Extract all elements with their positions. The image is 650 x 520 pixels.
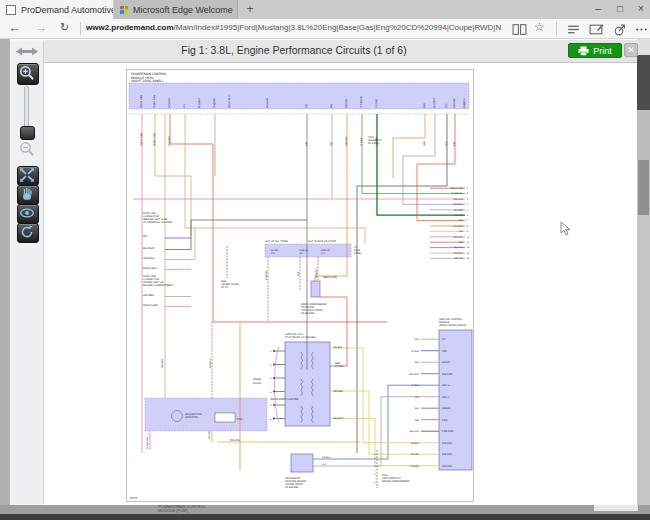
zoom-in-icon [18,64,36,82]
maximize-button[interactable]: □ [610,0,630,19]
printer-icon [578,46,589,56]
svg-text:14: 14 [467,257,470,259]
more-icon[interactable] [634,22,649,37]
window-close-button[interactable]: × [631,0,650,19]
minimize-button[interactable]: – [588,0,608,19]
svg-text:PANEL: PANEL [354,252,362,255]
svg-text:BLK/WHT: BLK/WHT [198,97,201,108]
svg-text:TAN/RED: TAN/RED [463,98,466,108]
svg-text:GRY/RED: GRY/RED [453,98,456,108]
wiring-diagram-svg: POWERTRAIN CONTROLMODULE (PCM)(RIGHT COW… [125,68,475,503]
svg-text:RED: RED [459,241,464,243]
hub-icon[interactable] [566,22,581,37]
scrollbar-thumb[interactable] [638,160,649,215]
page-scrollbar[interactable] [637,39,650,505]
zoom-in-button[interactable] [17,63,39,85]
share-icon[interactable] [612,22,627,37]
pan-hand-button[interactable] [17,185,39,205]
underlay-box [594,505,638,511]
svg-text:PNK/LT GRN: PNK/LT GRN [140,95,143,108]
reading-view-icon[interactable] [512,22,527,37]
svg-text:2: 2 [467,192,469,194]
svg-text:ORG/YEL: ORG/YEL [345,98,348,108]
tab-prodemand[interactable]: ProDemand Automotive × [0,0,113,19]
tab-title: Microsoft Edge Welcome [133,5,233,15]
refresh-icon[interactable]: ↻ [60,21,69,34]
svg-text:PPL: PPL [143,235,148,238]
url-host: www2.prodemand.com [86,23,174,32]
svg-text:PNK: PNK [459,230,464,232]
svg-text:PPL/ORG: PPL/ORG [454,246,463,249]
viewer-close-button[interactable]: ✕ [624,43,638,57]
svg-text:HOT AT ALL TIMES: HOT AT ALL TIMES [265,240,288,243]
reset-button[interactable] [17,223,39,243]
fit-page-button[interactable] [17,166,39,186]
svg-text:6: 6 [270,418,272,421]
svg-text:1: 1 [270,350,272,353]
svg-text:5: 5 [467,209,469,212]
svg-text:RED: RED [297,271,299,276]
svg-text:BLK/WHT: BLK/WHT [453,203,463,206]
svg-text:(RIGHT COWL PANEL): (RIGHT COWL PANEL) [131,79,163,83]
svg-text:7: 7 [374,477,376,479]
svg-text:(RIGHT FRONT APRON): (RIGHT FRONT APRON) [439,324,467,327]
taskbar-strip [0,514,650,520]
svg-text:10: 10 [467,236,470,239]
svg-text:4: 4 [467,203,469,205]
svg-text:RED/GRN: RED/GRN [265,270,268,280]
svg-text:YEL/WHT: YEL/WHT [333,417,344,420]
svg-text:GRY: GRY [305,141,308,146]
back-icon[interactable]: ← [8,20,21,35]
print-button[interactable]: Print [568,43,622,58]
svg-text:PNK/LT BLU: PNK/LT BLU [228,95,231,108]
svg-text:5: 5 [374,469,376,472]
svg-text:TAN/LT GRN: TAN/LT GRN [153,95,156,108]
svg-text:HOT IN RUN OR START: HOT IN RUN OR START [308,240,336,243]
svg-text:ORG: ORG [423,103,426,108]
svg-text:RED: RED [445,103,448,108]
svg-text:11: 11 [467,241,470,243]
tab-strip: ProDemand Automotive × Microsoft Edge We… [0,0,650,19]
svg-text:7: 7 [467,219,469,221]
svg-text:3: 3 [270,377,272,380]
svg-text:ENGINE COMPARTMENT): ENGINE COMPARTMENT) [382,480,410,483]
svg-text:DK BLU: DK BLU [411,384,419,387]
view-button[interactable] [17,204,39,224]
address-bar[interactable]: www2.prodemand.com/Main/Index#1995|Ford|… [86,23,501,36]
svg-text:RED/YEL: RED/YEL [209,358,212,368]
svg-text:F1A: F1A [271,252,276,254]
underlay-strip [0,505,650,514]
hand-icon [18,186,36,202]
svg-text:GRY/RED: GRY/RED [454,209,464,212]
svg-text:YEL/BLK: YEL/BLK [411,442,420,445]
svg-text:PNK/LT GRN: PNK/LT GRN [143,304,158,307]
tab-edge-welcome[interactable]: Microsoft Edge Welcome [114,0,238,19]
resize-arrows-icon[interactable] [15,46,39,57]
svg-text:IGN COIL: IGN COIL [442,465,453,468]
svg-text:DK BLU: DK BLU [322,456,330,459]
new-tab-button[interactable]: + [238,0,262,19]
svg-text:SHIELD: SHIELD [442,407,451,410]
svg-text:BLK/WHT: BLK/WHT [143,247,155,250]
svg-text:3: 3 [467,198,469,201]
svg-text:LT GRN: LT GRN [360,138,363,146]
svg-text:5: 5 [270,404,272,407]
svg-text:PWR GND: PWR GND [442,430,453,433]
svg-text:PNK: PNK [415,361,420,363]
forward-icon[interactable]: → [34,20,47,35]
zoom-out-icon[interactable] [18,140,36,158]
tab-title: ProDemand Automotive [21,5,113,15]
svg-text:GRY: GRY [305,103,308,108]
svg-text:PLUGS: PLUGS [253,382,262,385]
svg-text:ORG: ORG [414,338,419,341]
svg-text:6: 6 [374,473,376,476]
svg-text:PWR: PWR [442,419,448,422]
web-note-icon[interactable] [589,22,604,37]
favorites-star-icon[interactable]: ☆ [534,20,545,34]
svg-text:OF STEERING COLUMN): OF STEERING COLUMN) [143,221,172,224]
refresh-circle-icon [18,224,36,240]
svg-text:BLK: BLK [415,407,420,409]
svg-text:(TOP FRONT OF ENGINE): (TOP FRONT OF ENGINE) [285,336,316,339]
zoom-slider-thumb[interactable] [20,126,35,140]
screen: ProDemand Automotive × Microsoft Edge We… [0,0,650,520]
